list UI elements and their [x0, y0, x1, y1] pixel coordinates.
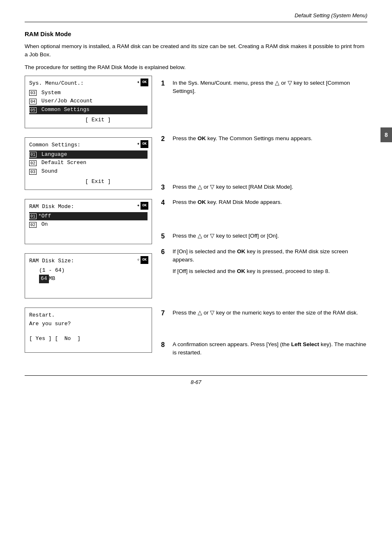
page-footer: 8-67: [25, 375, 367, 385]
page-number: 8-67: [191, 379, 201, 385]
step-2: 2 Press the OK key. The Common Settings …: [161, 134, 367, 143]
screen4-value: 64: [39, 275, 49, 283]
steps-column: 1 In the Sys. Menu/Count. menu, press th…: [152, 76, 367, 363]
header-title: Default Setting (System Menu): [295, 12, 367, 18]
step-7: 7 Press the △ or ▽ key or the numeric ke…: [161, 309, 367, 318]
screen1-line2: 04 User/Job Account: [29, 97, 148, 106]
step-1-number: 1: [161, 79, 168, 88]
screen3-line2: 02 On: [29, 220, 148, 229]
screen3-title: RAM Disk Mode:: [29, 203, 81, 211]
intro-paragraph-2: The procedure for setting the RAM Disk M…: [25, 63, 367, 72]
step-4-number: 4: [161, 198, 168, 207]
screens-column: Sys. Menu/Count.: ✦ OK 03 System 04 User…: [25, 76, 152, 363]
step-5-text: Press the △ or ▽ key to select [Off] or …: [173, 232, 279, 240]
step-6-subtext: If [Off] is selected and the OK key is p…: [173, 267, 367, 275]
step-7-text: Press the △ or ▽ key or the numeric keys…: [173, 309, 358, 317]
screen1-title: Sys. Menu/Count.:: [29, 79, 84, 88]
step-3: 3 Press the △ or ▽ key to select [RAM Di…: [161, 183, 367, 192]
screen4-unit: MB: [49, 275, 55, 283]
step-3-number: 3: [161, 183, 168, 192]
screen2-ok-icon: ✦ OK: [137, 140, 148, 148]
screen2-line3: 03 Sound: [29, 167, 148, 176]
screen5-line1: Restart.: [29, 311, 148, 320]
step-2-number: 2: [161, 134, 168, 143]
screen4-value-line: 64MB: [29, 275, 148, 283]
step-4-text: Press the OK key. RAM Disk Mode appears.: [173, 198, 282, 206]
step-4: 4 Press the OK key. RAM Disk Mode appear…: [161, 198, 367, 207]
screen4-range: (1 - 64): [29, 266, 148, 275]
step-6: 6 If [On] is selected and the OK key is …: [161, 247, 367, 276]
screen1-line3-highlighted: 05 Common Settings: [29, 106, 148, 114]
step-8-number: 8: [161, 340, 168, 349]
step-1-text: In the Sys. Menu/Count. menu, press the …: [173, 79, 367, 96]
screen1-ok-icon: ✦ OK: [137, 79, 148, 86]
step-2-text: Press the OK key. The Common Settings me…: [173, 134, 312, 143]
screen3-ok-icon: ✦ OK: [137, 202, 148, 210]
step-5: 5 Press the △ or ▽ key to select [Off] o…: [161, 232, 367, 241]
step-7-number: 7: [161, 309, 168, 318]
page-header: Default Setting (System Menu): [25, 12, 367, 22]
screen4-title: RAM Disk Size:: [29, 257, 81, 266]
step-3-text: Press the △ or ▽ key to select [RAM Disk…: [173, 183, 293, 191]
screen3-line1-highlighted: 01*Off: [29, 212, 148, 221]
screen-common-settings: Common Settings: ✦ OK 01 Language 02 Def…: [25, 137, 152, 190]
screen4-ok-icon: ✧ OK: [137, 256, 148, 264]
screen-restart: Restart. Are you sure? [ Yes ] [ No ]: [25, 308, 152, 353]
screen1-line1: 03 System: [29, 89, 148, 97]
screen1-exit: [ Exit ]: [29, 116, 148, 125]
step-8-text: A confirmation screen appears. Press [Ye…: [173, 340, 367, 357]
chapter-tab: 8: [380, 127, 392, 142]
screen5-line2: Are you sure?: [29, 320, 148, 328]
screen2-title: Common Settings:: [29, 141, 84, 150]
screen2-exit: [ Exit ]: [29, 178, 148, 186]
step-6-number: 6: [161, 247, 168, 257]
step-5-number: 5: [161, 232, 168, 241]
screen2-line1-highlighted: 01 Language: [29, 150, 148, 159]
screen-sys-menu: Sys. Menu/Count.: ✦ OK 03 System 04 User…: [25, 76, 152, 128]
screen5-buttons: [ Yes ] [ No ]: [29, 335, 148, 343]
intro-paragraph-1: When optional memory is installed, a RAM…: [25, 42, 367, 59]
screen-ram-disk-mode: RAM Disk Mode: ✦ OK 01*Off 02 On: [25, 199, 152, 244]
step-8: 8 A confirmation screen appears. Press […: [161, 340, 367, 357]
screen-ram-disk-size: RAM Disk Size: ✧ OK (1 - 64) 64MB: [25, 253, 152, 298]
screen2-line2: 02 Default Screen: [29, 159, 148, 167]
step-6-text: If [On] is selected and the OK key is pr…: [173, 247, 367, 276]
step-1: 1 In the Sys. Menu/Count. menu, press th…: [161, 79, 367, 96]
section-title: RAM Disk Mode: [25, 30, 367, 37]
